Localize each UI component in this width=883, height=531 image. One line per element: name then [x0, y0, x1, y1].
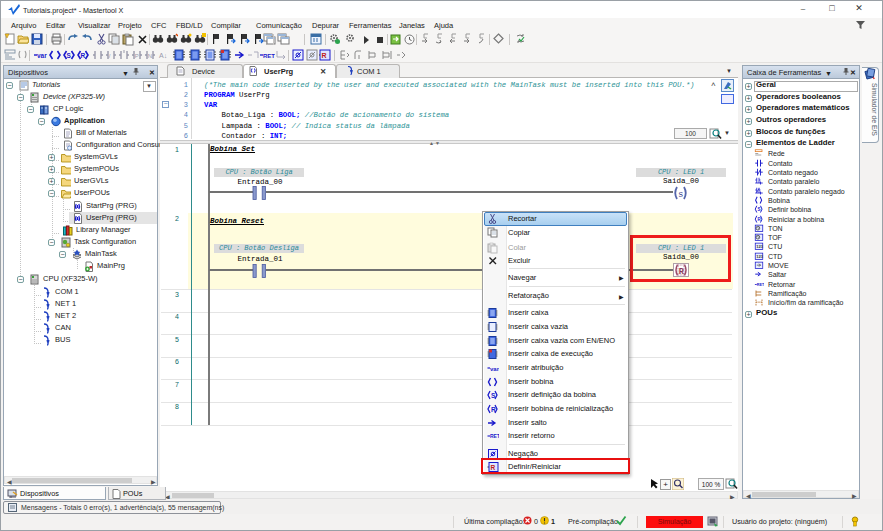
svg-text:N: N [148, 53, 152, 59]
svg-text:S: S [67, 52, 72, 59]
svg-text:123: 123 [756, 244, 764, 249]
svg-text:123: 123 [756, 254, 764, 259]
svg-text:R: R [491, 406, 496, 413]
svg-text:S: S [758, 207, 761, 212]
svg-text:R: R [322, 52, 327, 59]
svg-text:S: S [491, 392, 496, 399]
svg-text:RET: RET [757, 283, 764, 287]
svg-text:A↓: A↓ [159, 52, 167, 59]
svg-text:RET: RET [490, 433, 499, 439]
svg-text:var: var [37, 52, 47, 59]
svg-text:RET: RET [263, 53, 275, 59]
svg-text:P: P [135, 53, 139, 59]
svg-text:s: s [678, 190, 683, 200]
svg-text:/: / [109, 53, 111, 59]
svg-text:var: var [490, 365, 499, 371]
svg-text:R: R [81, 52, 86, 59]
